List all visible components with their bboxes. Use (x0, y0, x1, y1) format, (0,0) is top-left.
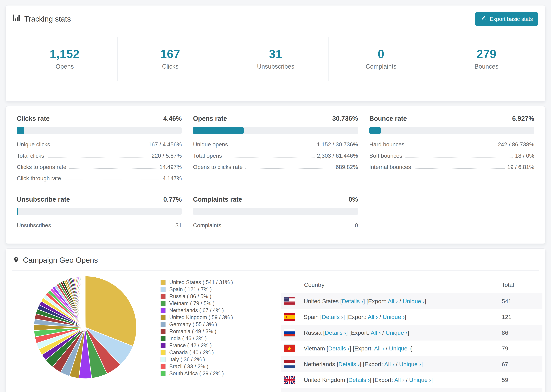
es-flag-icon (284, 313, 295, 321)
export-unique-link[interactable]: Unique › (409, 377, 431, 383)
stat-row: Unique clicks167 / 4.456% (17, 139, 182, 150)
dotted-leader (414, 168, 505, 169)
details-link[interactable]: Details › (342, 298, 363, 304)
legend-item: Germany ( 55 / 3% ) (161, 321, 256, 328)
clicks-rate-fill (17, 127, 24, 134)
export-unique-link[interactable]: Unique › (399, 361, 421, 367)
total-cell: 541 (498, 298, 543, 305)
country-name: United States (304, 298, 339, 304)
clicks-label: Clicks (118, 63, 223, 70)
legend-label: United States ( 541 / 31% ) (169, 279, 233, 286)
stat-row: Unique opens1,152 / 30.736% (193, 139, 358, 150)
export-unique-link[interactable]: Unique › (403, 298, 425, 304)
export-all-link[interactable]: All › (368, 314, 378, 320)
stat-row: Complaints0 (193, 220, 358, 231)
opens-rate-bar (193, 127, 358, 134)
dotted-leader (225, 157, 315, 158)
rates-grid: Clicks rate 4.46% Unique clicks167 / 4.4… (17, 115, 534, 231)
geo-table-row: Vietnam [Details ›] [Export: All › / Uni… (281, 341, 543, 356)
ru-flag-icon (284, 329, 295, 336)
dotted-leader (53, 146, 146, 146)
bounce-rate-panel: Bounce rate 6.927% Hard bounces242 / 86.… (369, 115, 534, 184)
country-cell: United Kingdom [Details ›] [Export: All … (281, 376, 498, 384)
export-all-link[interactable]: All › (371, 329, 381, 336)
legend-item: United Kingdom ( 59 / 3% ) (161, 314, 256, 321)
vn-flag-icon (284, 345, 295, 352)
country-cell: Netherlands [Details ›] [Export: All › /… (281, 360, 498, 368)
bounces-label: Bounces (434, 63, 539, 70)
summary-opens: 1,152 Opens (12, 37, 117, 81)
legend-item: Canada ( 40 / 2% ) (161, 349, 256, 356)
export-button-label: Export basic stats (490, 16, 533, 22)
legend-item: United States ( 541 / 31% ) (161, 279, 256, 286)
dotted-leader (47, 157, 149, 158)
dotted-leader (224, 227, 353, 227)
legend-item: Spain ( 121 / 7% ) (161, 286, 256, 293)
stat-row: Hard bounces242 / 86.738% (369, 139, 534, 150)
country-cell: Russia [Details ›] [Export: All › / Uniq… (281, 329, 498, 336)
opens-rate-panel: Opens rate 30.736% Unique opens1,152 / 3… (193, 115, 358, 184)
legend-swatch (161, 329, 166, 334)
export-unique-link[interactable]: Unique › (389, 345, 411, 352)
legend-swatch (161, 322, 166, 327)
legend-item: Brazil ( 33 / 2% ) (161, 363, 256, 370)
bounces-count: 279 (434, 47, 539, 61)
geo-table-row: Spain [Details ›] [Export: All › / Uniqu… (281, 309, 543, 325)
geo-table-row: Germany [Details ›] [Export: All › / Uni… (281, 388, 543, 392)
legend-label: South Africa ( 29 / 2% ) (169, 371, 224, 377)
nl-flag-icon (284, 360, 295, 368)
stat-row: Total opens2,303 / 61.446% (193, 150, 358, 161)
bounce-rate-bar (369, 127, 534, 134)
details-link[interactable]: Details › (322, 314, 343, 320)
dotted-leader (407, 146, 495, 146)
opens-rate-title: Opens rate (193, 115, 227, 122)
stat-row: Clicks to opens rate14.497% (17, 161, 182, 173)
country-name: Vietnam (304, 345, 325, 352)
total-cell: 86 (498, 329, 543, 336)
legend-label: France ( 42 / 2% ) (169, 343, 212, 349)
bounce-rate-fill (369, 127, 381, 134)
unsubscribe-rate-value: 0.77% (163, 196, 182, 203)
legend-item: Romania ( 49 / 3% ) (161, 328, 256, 335)
legend-label: Germany ( 55 / 3% ) (169, 321, 217, 328)
legend-swatch (161, 294, 166, 299)
legend-item: Russia ( 86 / 5% ) (161, 293, 256, 300)
unsubscribe-rate-bar (17, 208, 182, 215)
country-name-and-links: United Kingdom [Details ›] [Export: All … (304, 377, 433, 383)
export-all-link[interactable]: All › (388, 298, 398, 304)
legend-swatch (161, 371, 166, 376)
stat-row: Soft bounces18 / 0% (369, 150, 534, 161)
legend-item: India ( 46 / 3% ) (161, 335, 256, 342)
total-column-header: Total (498, 281, 543, 288)
details-link[interactable]: Details › (328, 345, 350, 352)
export-unique-link[interactable]: Unique › (386, 329, 408, 336)
clicks-rate-panel: Clicks rate 4.46% Unique clicks167 / 4.4… (17, 115, 182, 184)
export-all-link[interactable]: All › (384, 361, 395, 367)
details-link[interactable]: Details › (325, 329, 346, 336)
export-all-link[interactable]: All › (374, 345, 384, 352)
export-basic-stats-button[interactable]: Export basic stats (475, 12, 538, 26)
country-name-and-links: Russia [Details ›] [Export: All › / Uniq… (304, 329, 409, 336)
complaints-label: Complaints (329, 63, 434, 70)
dotted-leader (69, 168, 157, 169)
unsubscribe-rate-fill (17, 208, 18, 215)
legend-item: Italy ( 36 / 2% ) (161, 356, 256, 363)
legend-label: Vietnam ( 79 / 5% ) (169, 300, 215, 307)
dotted-leader (231, 146, 315, 146)
stat-row: Unsubscribes31 (17, 220, 182, 231)
country-name: United Kingdom (304, 377, 345, 383)
details-link[interactable]: Details › (348, 377, 370, 383)
clicks-rate-value: 4.46% (163, 115, 182, 122)
legend-label: United Kingdom ( 59 / 3% ) (169, 314, 233, 321)
legend-item: France ( 42 / 2% ) (161, 342, 256, 349)
pie-legend: United States ( 541 / 31% )Spain ( 121 /… (161, 279, 256, 392)
export-unique-link[interactable]: Unique › (383, 314, 405, 320)
unsubscribe-rate-panel: Unsubscribe rate 0.77% Unsubscribes31 (17, 196, 182, 231)
tracking-stats-card: Tracking stats Export basic stats 1,152 … (6, 5, 545, 102)
legend-swatch (161, 315, 166, 320)
export-all-link[interactable]: All › (394, 377, 404, 383)
summary-panel: 1,152 Opens 167 Clicks 31 Unsubscribes 0… (12, 37, 539, 81)
legend-swatch (161, 357, 166, 362)
legend-swatch (161, 280, 166, 285)
details-link[interactable]: Details › (338, 361, 360, 367)
